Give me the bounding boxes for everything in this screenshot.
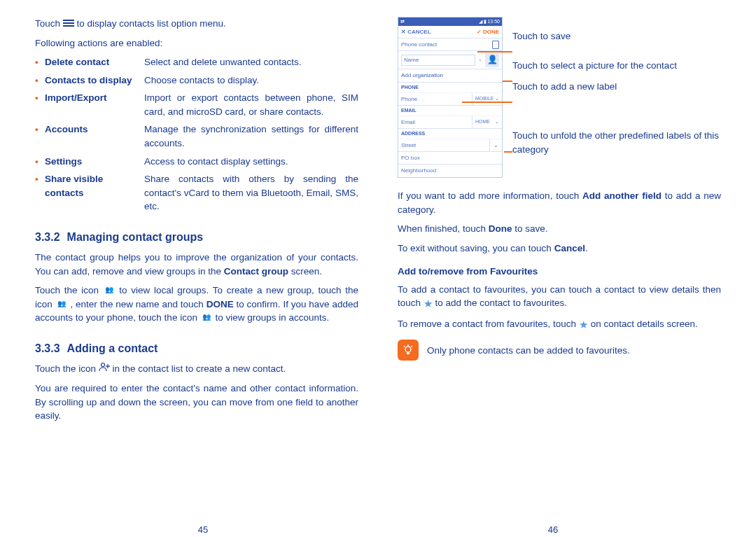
text: When finished, touch <box>398 223 489 234</box>
email-field-row: Email HOME⌄ <box>398 116 502 129</box>
callout-label: Touch to add a new label <box>512 80 617 94</box>
pobox-input[interactable]: PO box <box>398 152 502 165</box>
heading-332: 3.3.2 Managing contact groups <box>35 229 358 245</box>
heading-333: 3.3.3 Adding a contact <box>35 340 358 356</box>
text: to add the contact to favourites. <box>435 298 567 309</box>
name-input[interactable]: Name <box>401 55 475 66</box>
email-type-picker[interactable]: HOME⌄ <box>472 116 502 128</box>
para-done: When finished, touch Done to save. <box>398 222 721 236</box>
page-left: Touch to display contacts list option me… <box>28 17 378 530</box>
callout-save: Touch to save <box>512 29 570 43</box>
heading-num: 3.3.3 <box>35 340 60 356</box>
phone-input[interactable]: Phone <box>398 93 472 105</box>
text: If you want to add more information, tou… <box>398 190 582 201</box>
bold: Done <box>489 223 512 234</box>
callout-picture: Touch to select a picture for the contac… <box>512 59 677 73</box>
phone-mockup: ⇄ ◢ ▮ 13:50 ✕ CANCEL ✓ DONE Phone contac… <box>398 17 503 178</box>
option-desc: Choose contacts to display. <box>144 74 358 88</box>
svg-point-0 <box>101 363 104 366</box>
done-button[interactable]: ✓ DONE <box>477 28 499 36</box>
neighborhood-input[interactable]: Neighborhood <box>398 165 502 177</box>
page-right: ⇄ ◢ ▮ 13:50 ✕ CANCEL ✓ DONE Phone contac… <box>378 17 728 530</box>
intro-line-1: Touch to display contacts list option me… <box>35 17 358 31</box>
bullet: • <box>35 123 45 150</box>
option-desc: Select and delete unwanted contacts. <box>144 55 358 69</box>
text: Touch the icon <box>35 363 99 374</box>
option-row: • Accounts Manage the synchronization se… <box>35 123 358 150</box>
heading-num: 3.3.2 <box>35 229 60 245</box>
text: to view groups in accounts. <box>215 312 329 323</box>
star-icon: ★ <box>579 319 588 330</box>
star-icon: ★ <box>424 298 433 309</box>
option-term: Import/Export <box>45 91 144 118</box>
bullet: • <box>35 91 45 118</box>
text: , enter the new name and touch <box>70 299 206 309</box>
text: screen. <box>288 266 322 277</box>
bold: Cancel <box>554 243 585 253</box>
group-icon: 👥 <box>103 286 115 295</box>
para-332a: The contact group helps you to improve t… <box>35 251 358 278</box>
section-address: ADDRESS <box>398 129 502 139</box>
svg-line-5 <box>412 346 413 347</box>
expand-icon[interactable]: ⌄ <box>489 139 502 151</box>
option-desc: Import or export contacts between phone,… <box>144 91 358 118</box>
para-addfield: If you want to add more information, tou… <box>398 189 721 216</box>
intro-line-2: Following actions are enabled: <box>35 36 358 50</box>
heading-favourites: Add to/remove from Favourites <box>398 265 721 279</box>
cancel-button[interactable]: ✕ CANCEL <box>401 28 431 36</box>
street-row: Street ⌄ <box>398 139 502 152</box>
status-bar: ⇄ ◢ ▮ 13:50 <box>398 18 502 26</box>
clock: 13:50 <box>487 19 500 24</box>
option-term: Share visible contacts <box>45 172 144 214</box>
street-input[interactable]: Street <box>398 139 489 151</box>
option-row: • Share visible contacts Share contacts … <box>35 172 358 214</box>
callout-line <box>504 151 512 153</box>
svg-line-6 <box>404 346 405 347</box>
option-term: Accounts <box>45 123 144 150</box>
heading-text: Adding a contact <box>67 340 158 356</box>
bold: Contact group <box>224 266 288 277</box>
tip-box: Only phone contacts can be added to favo… <box>398 340 721 361</box>
group-icon: 👥 <box>200 313 213 323</box>
text: Touch the icon <box>35 285 103 295</box>
mock-topbar: ✕ CANCEL ✓ DONE <box>398 26 502 39</box>
option-row: • Contacts to display Choose contacts to… <box>35 74 358 88</box>
email-input[interactable]: Email <box>398 116 472 128</box>
add-person-icon <box>99 362 110 376</box>
group-icon: 👥 <box>55 299 68 309</box>
callout-line <box>462 102 512 103</box>
para-fav2: To remove a contact from favourites, tou… <box>398 317 721 333</box>
text: . <box>585 243 588 253</box>
heading-text: Managing contact groups <box>67 229 204 245</box>
phone-type-picker[interactable]: MOBILE⌄ <box>472 93 502 105</box>
screenshot-with-callouts: ⇄ ◢ ▮ 13:50 ✕ CANCEL ✓ DONE Phone contac… <box>398 17 721 178</box>
placeholder: Name <box>404 56 419 64</box>
menu-icon <box>63 18 74 28</box>
para-fav1: To add a contact to favourites, you can … <box>398 283 721 312</box>
bullet: • <box>35 74 45 88</box>
avatar-picker[interactable]: 👤 <box>485 53 499 67</box>
status-icons: ⇄ <box>400 18 405 25</box>
section-phone: PHONE <box>398 83 502 93</box>
label: HOME <box>475 118 490 125</box>
page-number: 45 <box>198 524 208 537</box>
text: to display contacts list option menu. <box>77 18 226 29</box>
sim-icon <box>492 41 499 49</box>
para-332b: Touch the icon 👥 to view local groups. T… <box>35 284 358 325</box>
text: in the contact list to create a new cont… <box>113 363 286 374</box>
para-333b: You are required to enter the contact's … <box>35 382 358 423</box>
phone-contact-label: Phone contact <box>401 41 437 49</box>
text: Touch <box>35 18 63 29</box>
text: To exit without saving, you can touch <box>398 243 554 253</box>
callout-unfold: Touch to unfold the other predefined lab… <box>512 129 721 156</box>
callout-line <box>477 51 512 53</box>
callout-line <box>503 81 512 82</box>
phone-field-row: Phone MOBILE⌄ <box>398 93 502 106</box>
callout-column: Touch to save Touch to select a picture … <box>512 17 721 178</box>
add-org-link[interactable]: Add organization <box>398 69 502 83</box>
option-term: Delete contact <box>45 55 144 69</box>
text: to save. <box>512 223 548 234</box>
chevron-down-icon[interactable]: ⌄ <box>478 56 482 63</box>
chevron-down-icon: ⌄ <box>495 118 499 125</box>
bold: DONE <box>206 299 234 309</box>
